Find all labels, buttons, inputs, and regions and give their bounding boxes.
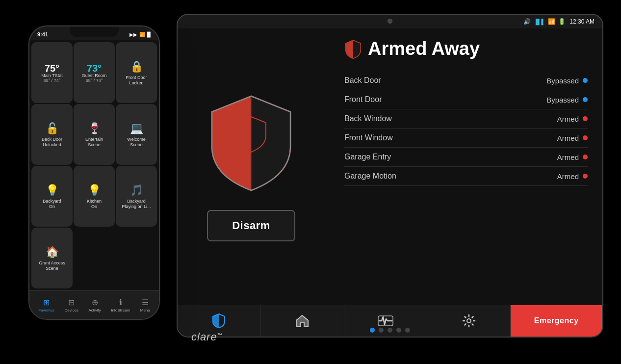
zone-status: Bypassed xyxy=(546,77,588,85)
phone-notch xyxy=(70,26,119,37)
svg-point-10 xyxy=(467,319,471,323)
tile-temp-value: 73° xyxy=(87,63,102,73)
tile-label: WelcomeScene xyxy=(127,137,145,148)
tile-sub: 68° / 74° xyxy=(86,78,103,83)
brand-name: clare xyxy=(191,331,217,343)
phone-tile-grid: 75° Main TStat 68° / 74° 73° Guest Room … xyxy=(29,40,159,290)
bulb-icon: 💡 xyxy=(46,184,59,197)
tablet-main-content: Disarm xyxy=(178,28,602,305)
scene-icon: 🍷 xyxy=(88,122,101,135)
lock-icon: 🔒 xyxy=(130,60,143,73)
volume-icon: 🔊 xyxy=(523,18,531,25)
zone-row: Front Door Bypassed xyxy=(344,90,588,109)
zone-row: Back Door Bypassed xyxy=(344,71,588,90)
zone-row: Back Window Armed xyxy=(344,109,588,129)
bulb-icon: 💡 xyxy=(88,184,101,197)
favorites-icon: ⊞ xyxy=(43,298,50,307)
svg-rect-6 xyxy=(213,314,219,328)
phone-time: 9:41 xyxy=(37,31,48,37)
tile-main-tstat[interactable]: 75° Main TStat 68° / 74° xyxy=(31,42,73,103)
armed-status-title: Armed Away xyxy=(368,38,480,59)
tile-kitchen[interactable]: 💡 KitchenOn xyxy=(74,166,115,227)
tile-welcome[interactable]: 💻 WelcomeScene xyxy=(116,104,157,165)
tablet-status-bar: 🔊 ▐▌▌ 📶 🔋 12:30 AM xyxy=(178,15,602,28)
infostream-icon: ℹ xyxy=(119,298,122,307)
tablet-screen: Disarm xyxy=(178,28,602,337)
zone-status: Armed xyxy=(557,153,588,161)
tile-entertain[interactable]: 🍷 EntertainScene xyxy=(74,104,115,165)
home-lock-icon: 🏠 xyxy=(46,246,59,259)
tile-label: Main TStat xyxy=(41,73,62,78)
svg-marker-8 xyxy=(296,315,308,327)
status-dot xyxy=(583,78,588,83)
tile-backyard-music[interactable]: 🎵 BackyardPlaying on Li... xyxy=(116,166,157,227)
zone-name: Back Door xyxy=(344,76,381,85)
tablet-time: 12:30 AM xyxy=(569,18,595,25)
nav-menu[interactable]: ☰ Menu xyxy=(136,296,154,314)
tab-emergency[interactable]: Emergency xyxy=(511,305,602,337)
battery-icon: 🔋 xyxy=(558,18,566,25)
tablet-camera xyxy=(388,19,392,24)
brand-logo: clare™ xyxy=(191,331,223,343)
armed-shield-large xyxy=(207,92,295,195)
svg-rect-3 xyxy=(236,117,251,154)
tile-backyard[interactable]: 💡 BackyardOn xyxy=(31,166,73,227)
battery-icon: ▉ xyxy=(147,32,151,37)
disarm-button[interactable]: Disarm xyxy=(207,210,295,241)
tab-home[interactable] xyxy=(261,305,344,337)
tile-label: EntertainScene xyxy=(85,137,103,148)
armed-shield-small-icon xyxy=(344,39,362,59)
zone-status: Armed xyxy=(557,134,588,142)
zone-status: Armed xyxy=(557,172,588,181)
music-icon: 🎵 xyxy=(130,184,143,197)
emergency-label: Emergency xyxy=(534,316,579,325)
tile-label: BackyardPlaying on Li... xyxy=(122,199,151,209)
pagination-dots xyxy=(370,328,410,333)
nav-activity[interactable]: ⊕ Activity xyxy=(84,296,104,314)
zone-list: Back Door Bypassed Front Door Bypassed B… xyxy=(344,71,588,300)
tile-back-door[interactable]: 🔓 Back DoorUnlocked xyxy=(31,104,73,165)
signal-bars-icon: ▐▌▌ xyxy=(534,19,545,25)
nav-devices[interactable]: ⊟ Devices xyxy=(61,296,82,314)
nav-infostream[interactable]: ℹ InfoStream xyxy=(107,296,134,314)
status-dot xyxy=(583,155,588,159)
tile-label: BackyardOn xyxy=(43,199,61,209)
tile-label: Front DoorLocked xyxy=(126,75,147,86)
page-dot-3 xyxy=(388,328,392,333)
tile-label: Back DoorUnlocked xyxy=(42,137,62,148)
phone-screen: 75° Main TStat 68° / 74° 73° Guest Room … xyxy=(29,40,159,319)
zone-row: Front Window Armed xyxy=(344,129,588,148)
tablet-device: 🔊 ▐▌▌ 📶 🔋 12:30 AM xyxy=(177,14,603,338)
status-dot xyxy=(583,116,588,121)
activity-tab-icon xyxy=(378,314,393,328)
tile-temp-value: 75° xyxy=(45,63,59,73)
menu-icon: ☰ xyxy=(142,298,149,307)
zone-row: Garage Entry Armed xyxy=(344,148,588,167)
lock-open-icon: 🔓 xyxy=(46,122,59,135)
status-dot xyxy=(583,135,588,140)
zone-row: Garage Motion Armed xyxy=(344,167,588,186)
tile-label: Guest Room xyxy=(82,73,107,78)
zone-name: Garage Entry xyxy=(344,153,391,161)
status-dot xyxy=(583,97,588,102)
shield-area: Disarm xyxy=(178,28,325,305)
armed-title: Armed Away xyxy=(344,38,588,59)
zone-name: Garage Motion xyxy=(344,172,396,181)
nav-favorites[interactable]: ⊞ Favorites xyxy=(34,296,58,314)
page-dot-4 xyxy=(396,328,401,333)
tab-settings[interactable] xyxy=(427,305,511,337)
tile-guest-room[interactable]: 73° Guest Room 68° / 74° xyxy=(74,42,115,103)
phone-status-bar: 9:41 ▶▶ 📶 ▉ xyxy=(29,26,159,40)
phone-nav-bar: ⊞ Favorites ⊟ Devices ⊕ Activity ℹ InfoS… xyxy=(29,290,159,319)
tile-sub: 68° / 74° xyxy=(44,78,61,83)
tile-grant-access[interactable]: 🏠 Grant AccessScene xyxy=(31,228,73,288)
zone-status: Bypassed xyxy=(546,96,588,104)
status-dot xyxy=(583,174,588,179)
page-dot-2 xyxy=(379,328,384,333)
zone-status: Armed xyxy=(557,115,588,123)
tile-label: Grant AccessScene xyxy=(39,260,65,271)
zone-name: Back Window xyxy=(344,114,392,123)
wifi-icon: 📶 xyxy=(548,18,555,25)
tile-front-door[interactable]: 🔒 Front DoorLocked xyxy=(116,42,157,103)
phone-device: 9:41 ▶▶ 📶 ▉ 75° Main TStat 68° / 74° 73°… xyxy=(28,26,160,320)
